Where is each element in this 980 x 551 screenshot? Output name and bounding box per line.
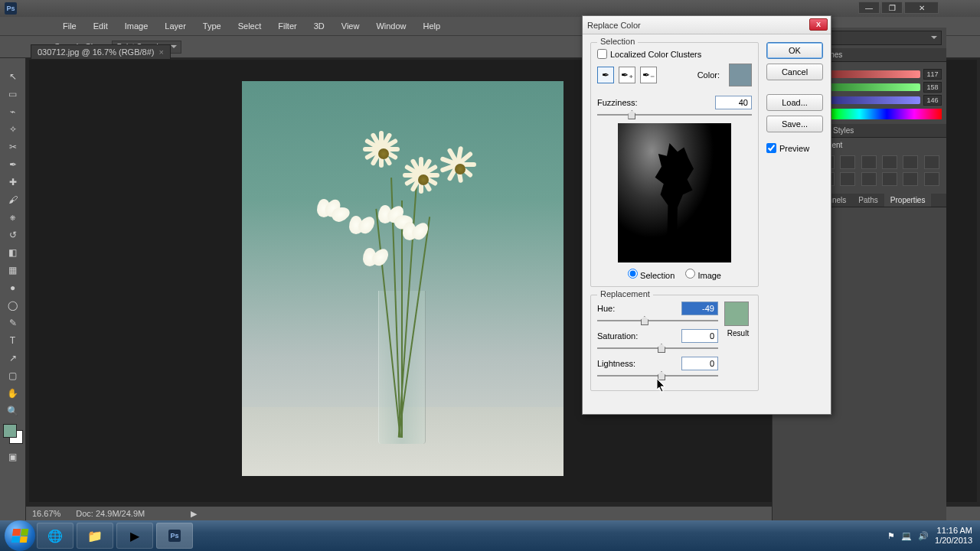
taskbar-clock[interactable]: 11:16 AM 1/20/2013: [935, 526, 975, 546]
minimize-button[interactable]: —: [858, 2, 880, 14]
save-button[interactable]: Save...: [766, 116, 823, 132]
gradient-tool[interactable]: ▦: [4, 262, 22, 279]
menu-help[interactable]: Help: [416, 18, 449, 34]
properties-tab[interactable]: Properties: [884, 194, 932, 207]
adj-thresh-icon[interactable]: [861, 172, 877, 186]
selection-fieldset: Selection Localized Color Clusters ✒ ✒₊ …: [590, 42, 759, 287]
eyedropper-sub-icon[interactable]: ✒₋: [640, 67, 657, 83]
path-tool[interactable]: ↗: [4, 350, 22, 367]
eyedropper-set-icon[interactable]: ✒: [597, 67, 614, 83]
cancel-button[interactable]: Cancel: [766, 64, 823, 80]
adj-hue-icon[interactable]: [882, 155, 897, 169]
radio-image[interactable]: Image: [685, 269, 721, 280]
marquee-tool[interactable]: ▭: [4, 86, 22, 103]
menu-type[interactable]: Type: [195, 18, 229, 34]
crop-tool[interactable]: ✂: [4, 139, 22, 155]
history-brush-tool[interactable]: ↺: [4, 227, 22, 243]
saturation-label: Saturation:: [597, 331, 638, 341]
taskbar-explorer[interactable]: 📁: [77, 523, 113, 549]
eyedropper-tool[interactable]: ✒: [4, 156, 22, 173]
tools-panel: ↖ ▭ ⌁ ✧ ✂ ✒ ✚ 🖌 ⎈ ↺ ◧ ▦ ● ◯ ✎ T ↗ ▢ ✋ 🔍 …: [0, 58, 26, 520]
paths-tab[interactable]: Paths: [852, 194, 884, 207]
move-tool[interactable]: ↖: [4, 68, 22, 85]
maximize-button[interactable]: ❐: [881, 2, 903, 14]
menu-filter[interactable]: Filter: [270, 18, 304, 34]
taskbar-ie[interactable]: 🌐: [37, 523, 74, 549]
hand-tool[interactable]: ✋: [4, 385, 22, 402]
close-button[interactable]: ✕: [904, 2, 939, 14]
fuzziness-slider[interactable]: [597, 114, 752, 116]
menu-file[interactable]: File: [55, 18, 84, 34]
close-tab-icon[interactable]: ×: [158, 47, 163, 57]
menu-view[interactable]: View: [334, 18, 368, 34]
b-value[interactable]: 146: [923, 95, 942, 106]
color-label: Color:: [662, 70, 724, 80]
saturation-input[interactable]: [681, 329, 718, 343]
play-icon[interactable]: ▶: [191, 509, 197, 519]
start-button[interactable]: [5, 520, 35, 551]
menu-window[interactable]: Window: [368, 18, 413, 34]
g-value[interactable]: 158: [923, 82, 942, 93]
lightness-input[interactable]: [681, 357, 718, 370]
adj-exposure-icon[interactable]: [840, 155, 855, 169]
eyedropper-add-icon[interactable]: ✒₊: [619, 67, 635, 83]
localized-checkbox[interactable]: Localized Color Clusters: [597, 49, 752, 59]
dialog-close-button[interactable]: X: [809, 18, 828, 31]
selection-legend: Selection: [597, 37, 638, 46]
tray-volume-icon[interactable]: 🔊: [918, 531, 929, 541]
saturation-slider[interactable]: [597, 347, 718, 349]
type-tool[interactable]: T: [4, 332, 22, 349]
canvas[interactable]: [242, 81, 564, 476]
taskbar-media[interactable]: ▶: [116, 523, 153, 549]
styles-tab[interactable]: Styles: [827, 124, 860, 137]
hue-input[interactable]: [681, 302, 718, 315]
pen-tool[interactable]: ✎: [4, 315, 22, 331]
app-logo: Ps: [5, 2, 17, 15]
blur-tool[interactable]: ●: [4, 279, 22, 296]
stamp-tool[interactable]: ⎈: [4, 209, 22, 226]
menu-select[interactable]: Select: [230, 18, 270, 34]
lightness-slider[interactable]: [597, 375, 718, 377]
wand-tool[interactable]: ✧: [4, 121, 22, 138]
adj-poster-icon[interactable]: [840, 172, 855, 186]
eraser-tool[interactable]: ◧: [4, 244, 22, 261]
preview-checkbox[interactable]: Preview: [766, 143, 823, 153]
hue-slider[interactable]: [597, 320, 718, 321]
adj-gradmap-icon[interactable]: [882, 172, 897, 186]
brush-tool[interactable]: 🖌: [4, 191, 22, 208]
foreground-swatch[interactable]: [3, 424, 17, 438]
menu-edit[interactable]: Edit: [86, 18, 116, 34]
adj-vibrance-icon[interactable]: [861, 155, 877, 169]
shape-tool[interactable]: ▢: [4, 367, 22, 384]
menu-layer[interactable]: Layer: [157, 18, 194, 34]
zoom-tool[interactable]: 🔍: [4, 403, 22, 419]
quickmask-tool[interactable]: ▣: [4, 448, 22, 465]
adj-bw-icon[interactable]: [903, 155, 918, 169]
load-button[interactable]: Load...: [766, 94, 823, 111]
selected-color-chip[interactable]: [729, 64, 752, 86]
system-tray: ⚑ 💻 🔊 11:16 AM 1/20/2013: [887, 526, 975, 546]
healing-tool[interactable]: ✚: [4, 174, 22, 191]
color-swatches[interactable]: [3, 424, 23, 444]
document-tab[interactable]: 030712.jpg @ 16.7% (RGB/8#)×: [31, 44, 171, 60]
lasso-tool[interactable]: ⌁: [4, 103, 22, 120]
zoom-level[interactable]: 16.67%: [32, 509, 60, 518]
ok-button[interactable]: OK: [766, 42, 823, 59]
tray-flag-icon[interactable]: ⚑: [887, 531, 895, 541]
result-color-chip[interactable]: [724, 302, 749, 326]
dialog-title[interactable]: Replace Color: [583, 16, 831, 34]
adj-select-icon[interactable]: [903, 172, 918, 186]
radio-selection[interactable]: Selection: [628, 269, 675, 280]
adj-photo-icon[interactable]: [924, 155, 939, 169]
dodge-tool[interactable]: ◯: [4, 297, 22, 314]
menu-image[interactable]: Image: [117, 18, 156, 34]
menu-3d[interactable]: 3D: [306, 18, 332, 34]
taskbar-photoshop[interactable]: Ps: [156, 523, 193, 549]
result-label: Result: [724, 329, 752, 337]
r-value[interactable]: 117: [923, 69, 942, 80]
lightness-label: Lightness:: [597, 359, 635, 368]
tray-network-icon[interactable]: 💻: [901, 531, 912, 541]
doc-info: Doc: 24.9M/24.9M: [76, 509, 145, 518]
adj-more-icon[interactable]: [924, 172, 939, 186]
fuzziness-input[interactable]: [715, 96, 752, 109]
